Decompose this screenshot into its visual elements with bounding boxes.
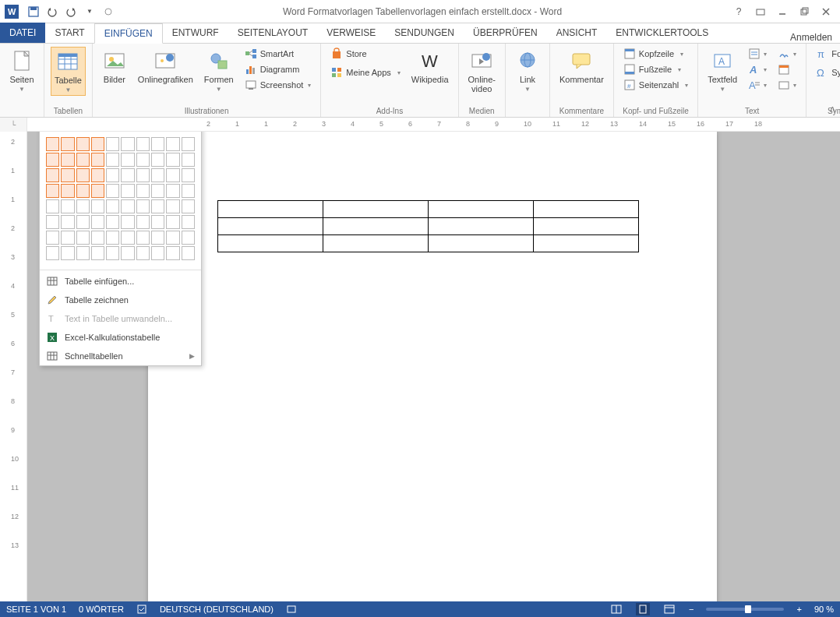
grid-cell[interactable] — [91, 153, 104, 167]
page[interactable] — [148, 132, 717, 601]
formel-button[interactable]: πFormel▾ — [813, 47, 840, 61]
document-table[interactable] — [217, 200, 639, 252]
grid-cell[interactable] — [76, 168, 90, 182]
grid-cell[interactable] — [76, 246, 90, 260]
store-button[interactable]: Store — [327, 47, 403, 61]
grid-cell[interactable] — [46, 246, 59, 260]
grid-cell[interactable] — [121, 231, 134, 245]
tab-file[interactable]: DATEI — [0, 23, 45, 43]
onlinegrafiken-button[interactable]: Onlinegrafiken — [135, 47, 196, 86]
grid-cell[interactable] — [151, 246, 164, 260]
grid-cell[interactable] — [61, 184, 74, 198]
grid-cell[interactable] — [106, 246, 119, 260]
minimize-icon[interactable] — [773, 2, 792, 21]
grid-cell[interactable] — [91, 184, 104, 198]
tab-ansicht[interactable]: ANSICHT — [547, 23, 607, 43]
grid-cell[interactable] — [151, 184, 164, 198]
ruler-horizontal[interactable]: └ 21123456789101112131415161718 — [0, 118, 840, 132]
grid-cell[interactable] — [61, 215, 74, 229]
grid-cell[interactable] — [91, 168, 104, 182]
word-count[interactable]: 0 WÖRTER — [79, 605, 124, 614]
grid-cell[interactable] — [182, 199, 195, 213]
grid-cell[interactable] — [76, 231, 90, 245]
grid-cell[interactable] — [91, 199, 104, 213]
grid-cell[interactable] — [136, 231, 150, 245]
grid-cell[interactable] — [46, 199, 59, 213]
grid-cell[interactable] — [91, 137, 104, 151]
table-cell[interactable] — [429, 235, 534, 252]
tabelle-button[interactable]: Tabelle ▼ — [51, 47, 86, 96]
grid-cell[interactable] — [136, 246, 150, 260]
grid-cell[interactable] — [76, 137, 90, 151]
qat-dropdown-icon[interactable]: ▼ — [83, 5, 97, 19]
symbol-button[interactable]: ΩSymbol▾ — [813, 65, 840, 79]
grid-cell[interactable] — [136, 215, 150, 229]
grid-cell[interactable] — [136, 199, 150, 213]
grid-cell[interactable] — [76, 199, 90, 213]
grid-cell[interactable] — [121, 199, 134, 213]
collapse-ribbon-icon[interactable]: ᐱ — [826, 103, 838, 115]
dropdown-item-excel[interactable]: XExcel-Kalkulationstabelle — [40, 328, 201, 347]
grid-cell[interactable] — [182, 137, 195, 151]
table-cell[interactable] — [218, 235, 323, 252]
grid-cell[interactable] — [121, 153, 134, 167]
dropdown-item-table[interactable]: Schnelltabellen▶ — [40, 347, 201, 365]
table-cell[interactable] — [534, 235, 639, 252]
grid-cell[interactable] — [166, 246, 179, 260]
grid-cell[interactable] — [61, 137, 74, 151]
table-cell[interactable] — [218, 201, 323, 218]
grid-cell[interactable] — [76, 215, 90, 229]
grid-cell[interactable] — [61, 168, 74, 182]
grid-cell[interactable] — [151, 137, 164, 151]
kommentar-button[interactable]: Kommentar — [556, 47, 607, 86]
table-cell[interactable] — [534, 201, 639, 218]
grid-cell[interactable] — [151, 231, 164, 245]
document-area[interactable]: 4x4 Tabelle Tabelle einfügen...Tabelle z… — [27, 132, 840, 601]
ribbon-display-icon[interactable] — [751, 2, 770, 21]
save-icon[interactable] — [26, 5, 41, 19]
seiten-button[interactable]: Seiten ▼ — [6, 47, 37, 94]
formen-button[interactable]: Formen ▼ — [201, 47, 237, 94]
datetime-button[interactable] — [775, 62, 799, 76]
grid-cell[interactable] — [166, 215, 179, 229]
grid-cell[interactable] — [106, 215, 119, 229]
tab-entwicklertools[interactable]: ENTWICKLERTOOLS — [606, 23, 718, 43]
grid-cell[interactable] — [182, 184, 195, 198]
grid-cell[interactable] — [106, 153, 119, 167]
grid-cell[interactable] — [106, 199, 119, 213]
kopfzeile-button[interactable]: Kopfzeile▾ — [620, 47, 691, 61]
grid-cell[interactable] — [61, 153, 74, 167]
ruler-corner[interactable]: └ — [0, 118, 27, 132]
touch-mode-icon[interactable] — [101, 5, 115, 19]
grid-cell[interactable] — [91, 231, 104, 245]
grid-cell[interactable] — [61, 246, 74, 260]
grid-cell[interactable] — [151, 215, 164, 229]
page-indicator[interactable]: SEITE 1 VON 1 — [6, 605, 66, 614]
diagramm-button[interactable]: Diagramm — [242, 62, 315, 76]
grid-cell[interactable] — [166, 137, 179, 151]
tab-sendungen[interactable]: SENDUNGEN — [385, 23, 464, 43]
tab-start[interactable]: START — [45, 23, 94, 43]
bilder-button[interactable]: Bilder — [99, 47, 130, 86]
grid-cell[interactable] — [166, 153, 179, 167]
grid-cell[interactable] — [121, 137, 134, 151]
table-cell[interactable] — [323, 235, 429, 252]
table-cell[interactable] — [534, 218, 639, 235]
wikipedia-button[interactable]: W Wikipedia — [408, 47, 452, 86]
tab-seitenlayout[interactable]: SEITENLAYOUT — [228, 23, 317, 43]
grid-cell[interactable] — [61, 199, 74, 213]
grid-cell[interactable] — [151, 199, 164, 213]
grid-cell[interactable] — [182, 153, 195, 167]
zoom-thumb[interactable] — [745, 605, 751, 613]
grid-cell[interactable] — [136, 137, 150, 151]
grid-cell[interactable] — [136, 184, 150, 198]
zoom-slider[interactable] — [706, 608, 784, 611]
grid-cell[interactable] — [46, 137, 59, 151]
grid-cell[interactable] — [46, 215, 59, 229]
grid-cell[interactable] — [106, 184, 119, 198]
tab-verweise[interactable]: VERWEISE — [317, 23, 385, 43]
grid-cell[interactable] — [136, 153, 150, 167]
grid-cell[interactable] — [46, 168, 59, 182]
close-icon[interactable] — [817, 2, 835, 21]
table-size-grid[interactable] — [40, 134, 201, 268]
